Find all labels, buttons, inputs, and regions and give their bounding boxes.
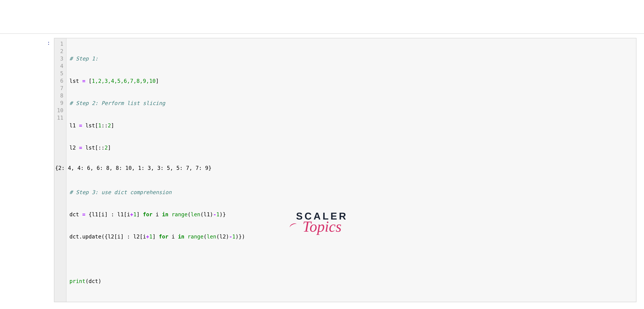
- code-token: print: [70, 278, 86, 284]
- code-token: ]: [156, 78, 159, 84]
- code-token: (: [188, 211, 191, 218]
- logo-text-topics: Topics: [296, 218, 348, 235]
- code-token: lst[::: [82, 145, 104, 151]
- code-token: ]: [111, 122, 114, 129]
- line-number: 7: [57, 85, 64, 92]
- code-token: range: [188, 233, 203, 240]
- code-token: in: [178, 233, 184, 240]
- code-token: l2: [70, 145, 79, 151]
- code-token: 1: [133, 211, 136, 218]
- code-token: -: [229, 233, 232, 240]
- line-number: 2: [57, 48, 64, 55]
- code-token: (dct): [86, 278, 101, 284]
- code-token: l1: [70, 122, 79, 129]
- code-token: =: [79, 145, 82, 151]
- code-token: lst[: [82, 122, 98, 129]
- code-token: len: [207, 233, 216, 240]
- line-number: 3: [57, 55, 64, 62]
- code-token: ]: [108, 145, 111, 151]
- line-number: 11: [57, 114, 64, 122]
- code-token: (: [204, 233, 207, 240]
- scaler-topics-logo: SCALER Topics: [296, 210, 348, 235]
- code-token: range: [172, 211, 188, 218]
- code-token: 2: [104, 145, 108, 151]
- line-number: 5: [57, 70, 64, 77]
- code-token: 1: [232, 233, 236, 240]
- line-number: 4: [57, 62, 64, 70]
- code-token: len: [191, 211, 200, 218]
- code-token: -: [213, 211, 216, 218]
- code-token: lst: [70, 78, 82, 84]
- code-token: 1: [98, 122, 101, 129]
- divider: [0, 33, 644, 34]
- line-number: 10: [57, 107, 64, 114]
- code-token: # Step 1:: [70, 56, 98, 62]
- code-token: [: [86, 78, 92, 84]
- code-token: [168, 211, 172, 218]
- line-number: 9: [57, 99, 64, 107]
- code-token: in: [162, 211, 168, 218]
- code-token: +: [146, 233, 149, 240]
- code-token: ]: [136, 211, 143, 218]
- code-token: # Step 3: use dict comprehension: [70, 189, 172, 195]
- code-token: [184, 233, 188, 240]
- line-number: 8: [57, 92, 64, 99]
- code-token: i: [168, 233, 178, 240]
- line-number: 6: [57, 77, 64, 85]
- input-prompt: :: [42, 38, 54, 46]
- code-token: )}: [220, 211, 226, 218]
- code-token: (l2): [216, 233, 229, 240]
- code-token: =: [79, 122, 82, 129]
- code-token: 1: [149, 233, 152, 240]
- cell-output: {2: 4, 4: 6, 6: 8, 8: 10, 1: 3, 3: 5, 5:…: [55, 165, 212, 171]
- code-token: =: [82, 211, 86, 218]
- code-token: for: [159, 233, 168, 240]
- code-token: 2: [108, 122, 111, 129]
- code-token: ]: [152, 233, 159, 240]
- line-number: 1: [57, 40, 64, 48]
- code-token: 1: [216, 211, 220, 218]
- code-token: (l1): [200, 211, 213, 218]
- code-token: dct.update({l2[i] : l2[i: [70, 233, 146, 240]
- code-token: i: [152, 211, 162, 218]
- code-token: )}): [235, 233, 245, 240]
- code-token: ::: [101, 122, 108, 129]
- code-token: {l1[i] : l1[i: [86, 211, 130, 218]
- code-token: 1,2,3,4,5,6,7,8,9,10: [92, 78, 156, 84]
- code-token: for: [143, 211, 152, 218]
- code-token: dct: [70, 211, 82, 218]
- code-token: +: [130, 211, 133, 218]
- code-token: # Step 2: Perform list slicing: [70, 100, 165, 106]
- code-token: =: [82, 78, 86, 84]
